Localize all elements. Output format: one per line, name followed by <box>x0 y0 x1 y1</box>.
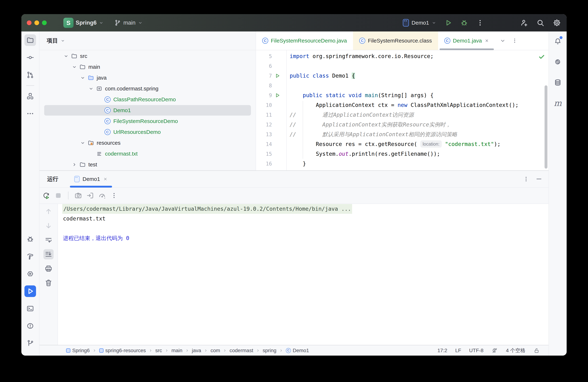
more-vertical-icon[interactable] <box>476 19 484 27</box>
file-encoding[interactable]: UTF-8 <box>469 348 483 353</box>
tab-filesystemresourcedemo-java[interactable]: C FileSystemResourceDemo.java <box>256 32 353 50</box>
search-icon[interactable] <box>536 19 545 27</box>
run-line-icon[interactable] <box>272 93 283 98</box>
code-editor[interactable]: 5678910111213141516 import org.springfra… <box>256 50 548 170</box>
tree-item-test[interactable]: test <box>40 159 256 170</box>
more-vertical-icon[interactable] <box>523 176 529 182</box>
breadcrumb-com[interactable]: com <box>210 348 220 353</box>
profiler-button[interactable] <box>98 191 106 199</box>
breadcrumb-codermast[interactable]: codermast <box>230 348 253 353</box>
stop-button[interactable] <box>54 191 62 199</box>
structure-toolwindow-button[interactable] <box>24 90 36 102</box>
debug-toolwindow-button[interactable] <box>24 233 36 245</box>
hide-toolwindow-icon[interactable] <box>537 179 541 179</box>
breadcrumb-src[interactable]: src <box>155 348 162 353</box>
maven-toolwindow-button[interactable]: m <box>552 97 564 109</box>
database-toolwindow-button[interactable] <box>552 77 564 88</box>
breadcrumb-separator-icon <box>223 348 227 353</box>
breadcrumb-spring6[interactable]: Spring6 <box>66 348 90 353</box>
tree-item-urlresourcesdemo[interactable]: CUrlResourcesDemo <box>40 127 256 137</box>
chevron-down-icon[interactable] <box>500 38 505 43</box>
debug-icon[interactable] <box>460 19 468 27</box>
version-control-toolwindow-button[interactable] <box>24 338 36 349</box>
rerun-button[interactable] <box>42 191 50 199</box>
more-toolwindows-button[interactable] <box>24 108 36 119</box>
tree-item-com-codermast-spring[interactable]: com.codermast.spring <box>40 83 256 94</box>
scroll-to-end-button[interactable] <box>43 249 54 259</box>
more-vertical-icon[interactable] <box>512 38 518 44</box>
close-window-icon[interactable] <box>27 20 32 25</box>
code-line-9: public static void main(String[] args) { <box>290 90 548 100</box>
more-options-button[interactable] <box>110 191 118 199</box>
breadcrumb-spring[interactable]: spring <box>263 348 276 353</box>
console-line-system: 进程已结束，退出代码为 0 <box>58 233 548 243</box>
tree-item-src[interactable]: src <box>40 51 256 61</box>
settings-gear-icon[interactable] <box>552 19 561 27</box>
notifications-button[interactable] <box>552 36 564 47</box>
branch-selector[interactable]: main <box>114 19 143 26</box>
breadcrumb-spring6-resources[interactable]: spring6-resources <box>99 348 146 353</box>
run-toolwindow-button[interactable] <box>24 286 36 297</box>
caret-position[interactable]: 17:2 <box>437 348 447 353</box>
print-button[interactable] <box>43 264 54 274</box>
next-occurrence-button[interactable] <box>43 221 54 231</box>
clear-console-button[interactable] <box>43 278 54 288</box>
run-icon[interactable] <box>444 19 452 27</box>
services-toolwindow-button[interactable] <box>24 268 36 280</box>
prev-occurrence-button[interactable] <box>43 206 54 216</box>
chevron-down-icon[interactable] <box>62 53 70 59</box>
attach-process-button[interactable] <box>86 191 94 199</box>
close-icon[interactable] <box>103 177 108 181</box>
chevron-right-icon[interactable] <box>70 162 79 167</box>
breadcrumb-label: codermast <box>230 348 253 353</box>
project-tree: srcmainjavacom.codermast.springCClassPat… <box>40 50 256 170</box>
class-icon: C <box>262 38 268 44</box>
class-icon: C <box>104 118 111 124</box>
tree-item-main[interactable]: main <box>40 61 256 72</box>
chevron-down-icon[interactable] <box>87 86 95 91</box>
tree-item-java[interactable]: java <box>40 72 256 83</box>
tree-item-codermast-txt[interactable]: codermast.txt <box>40 148 256 159</box>
line-number: 12 <box>256 122 272 128</box>
editor-scrollbar[interactable] <box>545 85 547 169</box>
inspections-ok-icon[interactable] <box>538 53 545 60</box>
project-selector[interactable]: S Spring6 <box>63 18 104 28</box>
run-console[interactable]: /Users/codermast/Library/Java/JavaVirtua… <box>58 204 548 345</box>
problems-toolwindow-button[interactable] <box>24 320 36 332</box>
commit-toolwindow-button[interactable] <box>24 52 36 63</box>
project-toolwindow-button[interactable] <box>24 34 36 46</box>
line-separator[interactable]: LF <box>455 348 461 353</box>
breadcrumb-demo1[interactable]: CDemo1 <box>286 348 309 353</box>
chevron-down-icon[interactable] <box>79 75 87 80</box>
breadcrumb-java[interactable]: java <box>192 348 201 353</box>
build-toolwindow-button[interactable] <box>24 251 36 262</box>
chevron-down-icon[interactable] <box>79 140 87 146</box>
breadcrumb-separator-icon <box>279 348 283 353</box>
run-configuration-selector[interactable]: Demo1 <box>403 19 436 27</box>
proofread-icon[interactable] <box>491 347 498 354</box>
breadcrumb-main[interactable]: main <box>171 348 183 353</box>
console-gutter <box>40 204 58 345</box>
minimize-window-icon[interactable] <box>34 20 39 25</box>
project-panel-header[interactable]: 项目 <box>40 32 256 50</box>
soft-wrap-button[interactable] <box>43 235 54 245</box>
close-icon[interactable] <box>484 38 489 43</box>
pull-request-toolwindow-button[interactable] <box>24 69 36 81</box>
spring-toolwindow-button[interactable] <box>552 56 564 68</box>
terminal-toolwindow-button[interactable] <box>24 303 36 314</box>
indent-setting[interactable]: 4 个空格 <box>506 347 525 354</box>
maven-icon: m <box>554 99 562 107</box>
add-user-icon[interactable] <box>520 19 528 27</box>
tree-item-filesystemresourcedemo[interactable]: CFileSystemResourceDemo <box>40 116 256 127</box>
tree-item-demo1[interactable]: CDemo1 <box>40 105 256 116</box>
lock-open-icon[interactable] <box>533 347 540 354</box>
tree-item-resources[interactable]: resources <box>40 137 256 148</box>
run-line-icon[interactable] <box>272 73 283 79</box>
tree-item-classpathresourcedemo[interactable]: CClassPathResourceDemo <box>40 94 256 105</box>
tab-demo1-java[interactable]: C Demo1.java <box>438 32 495 50</box>
memory-snapshot-button[interactable] <box>74 191 82 199</box>
zoom-window-icon[interactable] <box>42 20 47 25</box>
tab-filesystemresource-class[interactable]: C FileSystemResource.class <box>353 32 438 50</box>
chevron-down-icon[interactable] <box>70 64 79 70</box>
run-tab-demo1[interactable]: Demo1 <box>70 171 112 187</box>
